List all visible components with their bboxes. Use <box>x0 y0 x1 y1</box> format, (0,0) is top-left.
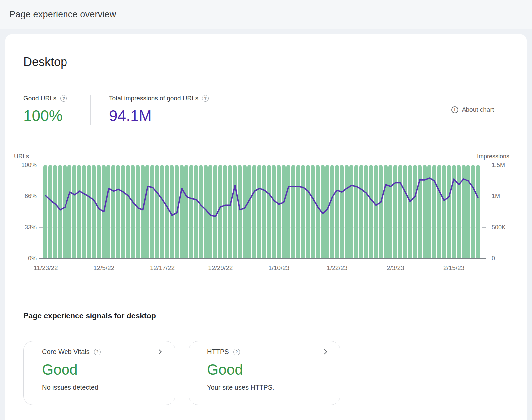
help-icon[interactable] <box>94 349 101 355</box>
help-icon[interactable] <box>60 95 67 102</box>
bar <box>233 165 237 258</box>
bar <box>267 165 271 258</box>
stat-good-urls: Good URLs 100% <box>23 95 90 125</box>
bar <box>131 165 135 258</box>
chevron-right-icon[interactable] <box>157 349 162 355</box>
bar <box>204 165 208 258</box>
bar <box>423 165 427 258</box>
axis-tick <box>39 165 43 165</box>
signal-status: Good <box>207 361 328 378</box>
x-axis-label: 2/15/23 <box>443 264 464 272</box>
y-axis-label-left: 100% <box>21 162 37 169</box>
about-chart-button[interactable]: About chart <box>451 106 494 113</box>
help-icon[interactable] <box>233 349 240 355</box>
bar <box>199 165 203 258</box>
chart-plot: 100%66%33%0%1.5M1M500K011/23/2212/5/2212… <box>43 165 480 258</box>
bar <box>155 165 159 258</box>
overview-card: Desktop Good URLs 100% Total impressions… <box>5 34 527 420</box>
bar <box>63 165 67 258</box>
bar <box>175 165 179 258</box>
bar <box>53 165 57 258</box>
bar <box>364 165 368 258</box>
bar <box>145 165 149 258</box>
y-axis-label-left: 33% <box>25 224 37 231</box>
bar <box>374 165 378 258</box>
signal-description: No issues detected <box>42 384 163 391</box>
bar <box>92 165 96 258</box>
bar <box>301 165 305 258</box>
bar <box>349 165 353 258</box>
x-axis-label: 12/5/22 <box>93 264 114 272</box>
device-section-title: Desktop <box>23 54 509 69</box>
x-axis-label: 1/10/23 <box>268 264 289 272</box>
bar <box>369 165 373 258</box>
y-axis-label-left: 66% <box>25 193 37 200</box>
x-axis-label: 11/23/22 <box>34 264 58 272</box>
bar <box>408 165 412 258</box>
signals-heading: Page experience signals for desktop <box>23 312 509 320</box>
bar <box>141 165 145 258</box>
bar <box>466 165 470 258</box>
bar <box>457 165 461 258</box>
bar <box>116 165 120 258</box>
bar <box>184 165 188 258</box>
help-icon[interactable] <box>202 95 209 102</box>
bar <box>72 165 76 258</box>
bar <box>252 165 256 258</box>
signal-card-core-web-vitals[interactable]: Core Web Vitals Good No issues detected <box>23 341 175 405</box>
bar <box>208 165 212 258</box>
x-axis-label: 12/17/22 <box>150 264 175 272</box>
bar <box>330 165 334 258</box>
bar <box>291 165 295 258</box>
bar <box>262 165 266 258</box>
chevron-right-icon[interactable] <box>322 349 327 355</box>
bar <box>427 165 431 258</box>
bar <box>165 165 169 258</box>
bar <box>111 165 115 258</box>
bar <box>393 165 397 258</box>
bar <box>335 165 339 258</box>
bar <box>97 165 101 258</box>
bar <box>43 165 47 258</box>
stat-impressions-label: Total impressions of good URLs <box>109 95 198 102</box>
bar <box>87 165 91 258</box>
bar <box>223 165 227 258</box>
axis-tick <box>39 227 43 228</box>
bar <box>194 165 198 258</box>
bar <box>432 165 436 258</box>
bar <box>82 165 86 258</box>
x-axis-label: 1/22/23 <box>327 264 347 272</box>
stat-impressions: Total impressions of good URLs 94.1M <box>91 95 209 125</box>
stat-good-urls-value: 100% <box>23 106 90 125</box>
bar <box>170 165 174 258</box>
bar <box>243 165 247 258</box>
bar <box>238 165 242 258</box>
bar <box>150 165 154 258</box>
bar <box>247 165 251 258</box>
bar <box>121 165 125 258</box>
bar <box>126 165 130 258</box>
bar <box>359 165 363 258</box>
bar <box>296 165 300 258</box>
bar <box>321 165 325 258</box>
bar <box>379 165 383 258</box>
bar <box>413 165 417 258</box>
bar <box>403 165 407 258</box>
bar <box>471 165 475 258</box>
axis-tick <box>482 196 486 196</box>
signal-card-https[interactable]: HTTPS Good Your site uses HTTPS. <box>189 341 340 405</box>
x-axis-label: 12/29/22 <box>208 264 233 272</box>
bar <box>476 165 480 258</box>
bar <box>213 165 217 258</box>
bar <box>388 165 392 258</box>
bar <box>136 165 140 258</box>
axis-tick <box>482 165 486 165</box>
stat-impressions-value: 94.1M <box>109 106 209 125</box>
bar <box>447 165 451 258</box>
bar <box>437 165 441 258</box>
y-axis-label-right: 1M <box>492 193 500 200</box>
page-title: Page experience overview <box>9 9 116 20</box>
bar <box>189 165 193 258</box>
bar <box>452 165 456 258</box>
y-axis-label-right: 0 <box>492 255 495 262</box>
